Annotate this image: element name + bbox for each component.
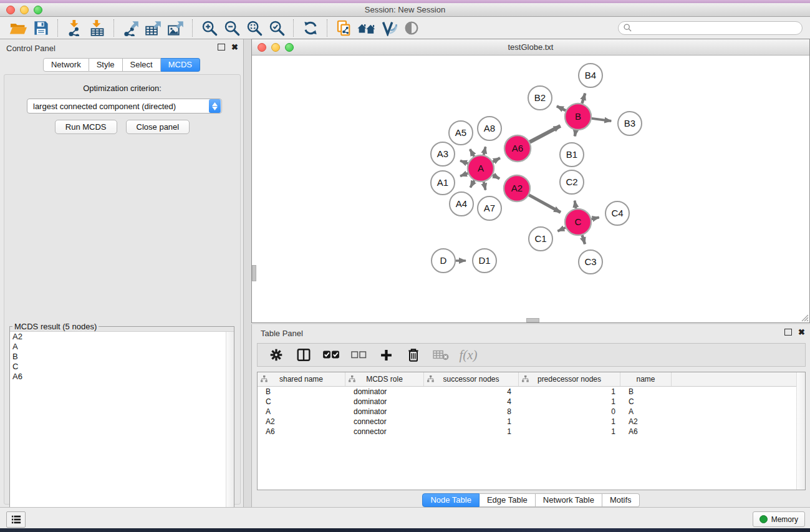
- graph-edge-B-B2[interactable]: [557, 106, 566, 110]
- refresh-view-button[interactable]: [299, 19, 322, 37]
- graph-edge-B-B3[interactable]: [592, 118, 611, 121]
- table-row[interactable]: Adominator80A: [258, 407, 805, 417]
- graph-node-C[interactable]: C: [565, 209, 591, 235]
- toggle-visibility-button[interactable]: [400, 19, 423, 37]
- graph-node-A6[interactable]: A6: [504, 135, 531, 162]
- graph-node-A[interactable]: A: [468, 155, 494, 181]
- toggle-columns-button[interactable]: [291, 345, 316, 365]
- column-header-MCDS-role[interactable]: MCDS role: [345, 372, 424, 386]
- deselect-all-rows-button[interactable]: [346, 345, 371, 365]
- criterion-dropdown[interactable]: largest connected component (directed): [27, 99, 222, 114]
- zoom-in-button[interactable]: [198, 19, 221, 37]
- save-session-button[interactable]: [30, 19, 52, 37]
- graph-edge-A-A5[interactable]: [470, 149, 475, 157]
- column-header-name[interactable]: name: [620, 372, 672, 386]
- graph-edge-C-C4[interactable]: [591, 218, 599, 220]
- import-table-button[interactable]: [86, 19, 108, 37]
- import-network-button[interactable]: [64, 19, 86, 37]
- graph-node-A2[interactable]: A2: [504, 175, 530, 201]
- mcds-result-item[interactable]: A: [10, 342, 234, 352]
- graph-node-C3[interactable]: C3: [579, 250, 602, 274]
- export-table-button[interactable]: [142, 19, 165, 37]
- graph-edge-B-B1[interactable]: [575, 130, 576, 137]
- network-window-titlebar[interactable]: testGlobe.txt: [252, 39, 809, 56]
- network-view-window[interactable]: testGlobe.txt B4B2BB3A5A8A6B1A3AC2A1A2A4…: [251, 39, 810, 323]
- tab-select[interactable]: Select: [123, 58, 161, 72]
- table-row[interactable]: A2connector11A2: [258, 417, 805, 427]
- graph-node-B4[interactable]: B4: [579, 64, 602, 87]
- graph-node-C1[interactable]: C1: [529, 227, 552, 251]
- mcds-result-item[interactable]: B: [10, 352, 234, 362]
- graph-edge-A-A2[interactable]: [493, 175, 499, 179]
- tab-node-table[interactable]: Node Table: [422, 493, 480, 507]
- vizmapper-button[interactable]: [378, 19, 400, 37]
- tab-mcds[interactable]: MCDS: [161, 58, 200, 72]
- graph-node-B3[interactable]: B3: [618, 112, 642, 135]
- network-vertical-scroll-thumb[interactable]: [252, 265, 256, 281]
- graph-edge-A-A4[interactable]: [470, 180, 474, 187]
- zoom-fit-button[interactable]: [243, 19, 266, 37]
- column-header-successor-nodes[interactable]: successor nodes: [424, 372, 519, 386]
- run-mcds-button[interactable]: Run MCDS: [55, 120, 117, 134]
- mcds-result-item[interactable]: A2: [10, 332, 234, 342]
- zoom-out-button[interactable]: [221, 19, 243, 37]
- tab-style[interactable]: Style: [89, 58, 123, 72]
- graph-edge-C-C3[interactable]: [582, 235, 585, 244]
- mcds-result-item[interactable]: A6: [10, 372, 234, 382]
- export-network-button[interactable]: [120, 19, 142, 37]
- resize-grip-icon[interactable]: [800, 313, 809, 322]
- table-scrollbar[interactable]: [796, 372, 805, 490]
- search-box[interactable]: [618, 21, 803, 35]
- graph-node-A8[interactable]: A8: [478, 117, 501, 140]
- graph-node-D1[interactable]: D1: [473, 249, 496, 273]
- zoom-selected-button[interactable]: [266, 19, 288, 37]
- tab-network-table[interactable]: Network Table: [536, 493, 602, 507]
- network-horizontal-scroll-thumb[interactable]: [526, 318, 539, 322]
- column-header-predecessor-nodes[interactable]: predecessor nodes: [519, 372, 620, 386]
- graph-edge-A-A6[interactable]: [493, 158, 500, 162]
- mcds-result-item[interactable]: C: [10, 362, 234, 372]
- graph-edge-A-A3[interactable]: [460, 161, 468, 164]
- graph-edge-A2-C[interactable]: [529, 195, 561, 213]
- graph-node-C2[interactable]: C2: [560, 170, 584, 194]
- close-panel-icon[interactable]: ✖: [231, 44, 238, 51]
- task-history-button[interactable]: [6, 511, 26, 528]
- home-button[interactable]: [355, 19, 378, 37]
- search-input[interactable]: [635, 23, 797, 33]
- close-table-panel-icon[interactable]: ✖: [798, 329, 805, 336]
- network-canvas[interactable]: B4B2BB3A5A8A6B1A3AC2A1A2A4A7C4CC1C3DD1: [252, 56, 809, 322]
- graph-node-A7[interactable]: A7: [478, 196, 501, 220]
- memory-button[interactable]: Memory: [753, 511, 805, 527]
- table-settings-button[interactable]: [264, 345, 289, 365]
- graph-node-B1[interactable]: B1: [560, 143, 584, 167]
- tab-network[interactable]: Network: [43, 58, 89, 72]
- tab-motifs[interactable]: Motifs: [602, 493, 640, 507]
- graph-node-A3[interactable]: A3: [431, 142, 455, 166]
- export-image-button[interactable]: [165, 19, 187, 37]
- graph-node-A5[interactable]: A5: [449, 121, 473, 145]
- select-all-rows-button[interactable]: [319, 345, 344, 365]
- graph-edge-A6-B[interactable]: [529, 126, 560, 142]
- duplicate-network-button[interactable]: [333, 19, 355, 37]
- tab-edge-table[interactable]: Edge Table: [480, 493, 536, 507]
- graph-node-D[interactable]: D: [432, 249, 455, 273]
- graph-edge-C-C2[interactable]: [575, 201, 576, 209]
- open-file-button[interactable]: [7, 19, 30, 37]
- result-list-scrollbar[interactable]: [226, 332, 234, 532]
- float-panel-icon[interactable]: [218, 44, 225, 51]
- column-header-shared-name[interactable]: shared name: [258, 372, 345, 386]
- graph-node-C4[interactable]: C4: [605, 201, 629, 225]
- mcds-result-list[interactable]: A2ABCA6: [10, 331, 234, 532]
- graph-edge-A-A8[interactable]: [484, 147, 486, 155]
- float-table-panel-icon[interactable]: [784, 329, 792, 336]
- table-row[interactable]: Bdominator41B: [258, 387, 805, 397]
- graph-node-B[interactable]: B: [565, 104, 591, 130]
- table-row[interactable]: Cdominator41C: [258, 397, 805, 407]
- close-panel-button[interactable]: Close panel: [126, 120, 190, 134]
- session-titlebar[interactable]: Session: New Session: [0, 3, 810, 17]
- graph-node-A1[interactable]: A1: [431, 171, 455, 195]
- add-column-button[interactable]: [374, 345, 398, 365]
- table-row[interactable]: A6connector11A6: [258, 427, 805, 437]
- graph-edge-A-A1[interactable]: [460, 173, 468, 177]
- graph-node-B2[interactable]: B2: [528, 86, 552, 110]
